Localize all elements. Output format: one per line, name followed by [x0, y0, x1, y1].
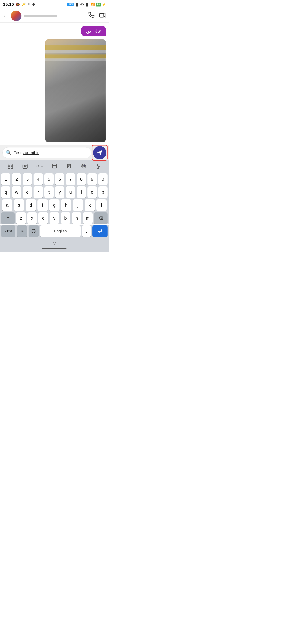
mic-toolbar-button[interactable]	[94, 162, 103, 170]
keyboard-bottom-row: ?123 ☺ , English .	[0, 225, 109, 240]
key-row-zxcv: z x c v b n m	[1, 212, 108, 224]
key-c[interactable]: c	[38, 212, 48, 224]
key-j[interactable]: j	[73, 199, 83, 211]
image-message-bubble[interactable]	[45, 40, 106, 142]
key-b[interactable]: b	[61, 212, 70, 224]
backspace-key[interactable]	[94, 212, 108, 224]
svg-rect-9	[52, 164, 56, 168]
key-4[interactable]: 4	[34, 174, 43, 185]
keyboard-toolbar: GIF	[0, 160, 109, 172]
key-m[interactable]: m	[83, 212, 93, 224]
vpn-badge: VPN	[67, 3, 74, 6]
battery-icon: 98	[96, 3, 101, 6]
key-5[interactable]: 5	[44, 174, 54, 185]
key-x[interactable]: x	[27, 212, 37, 224]
key-icon: 🔑	[22, 2, 26, 6]
dot-key[interactable]: .	[82, 225, 91, 237]
key-0[interactable]: 0	[98, 174, 108, 185]
send-icon	[96, 150, 103, 156]
key-y[interactable]: y	[55, 186, 64, 198]
key-row-numbers: 1 2 3 4 5 6 7 8 9 0	[1, 174, 108, 185]
key-i[interactable]: i	[77, 186, 86, 198]
key-u[interactable]: u	[66, 186, 75, 198]
key-e[interactable]: e	[23, 186, 32, 198]
home-indicator-bar	[42, 248, 67, 249]
status-right: VPN ▐▌ 4G ▐▌ 📶 98 ⚡	[67, 2, 106, 6]
sticker-toolbar-button[interactable]	[21, 162, 29, 170]
emoji-icon: ☺	[20, 229, 23, 233]
4g-icon: 4G	[80, 3, 84, 6]
key-t[interactable]: t	[44, 186, 54, 198]
key-f[interactable]: f	[38, 199, 48, 211]
key-g[interactable]: g	[49, 199, 60, 211]
svg-point-8	[26, 165, 26, 166]
key-n[interactable]: n	[72, 212, 82, 224]
status-bar: 15:10 🔕 🔑 ⬇ ⚙ VPN ▐▌ 4G ▐▌ 📶 98 ⚡	[0, 0, 109, 9]
emoji-key[interactable]: ☺ ,	[17, 225, 27, 237]
status-time: 15:10	[3, 2, 14, 7]
key-p[interactable]: p	[98, 186, 108, 198]
status-left: 15:10 🔕 🔑 ⬇ ⚙	[3, 2, 35, 7]
charge-icon: ⚡	[102, 3, 106, 6]
key-w[interactable]: w	[12, 186, 21, 198]
key-r[interactable]: r	[34, 186, 43, 198]
key-d[interactable]: d	[26, 199, 36, 211]
palette-toolbar-button[interactable]	[80, 162, 88, 170]
key-o[interactable]: o	[88, 186, 97, 198]
message-input-text[interactable]: Test zoomit.ir	[14, 150, 39, 155]
key-s[interactable]: s	[14, 199, 24, 211]
image-content	[45, 40, 106, 142]
globe-key[interactable]	[29, 225, 39, 237]
key-2[interactable]: 2	[12, 174, 21, 185]
key-6[interactable]: 6	[55, 174, 64, 185]
key-1[interactable]: 1	[1, 174, 11, 185]
send-button[interactable]	[93, 146, 106, 160]
svg-rect-11	[68, 164, 71, 168]
svg-point-15	[83, 165, 84, 166]
svg-rect-3	[11, 164, 13, 166]
signal-icon: ▐▌	[75, 3, 79, 6]
key-3[interactable]: 3	[23, 174, 32, 185]
key-9[interactable]: 9	[88, 174, 97, 185]
number-switch-key[interactable]: ?123	[1, 225, 16, 237]
svg-rect-19	[98, 164, 99, 166]
gif-toolbar-button[interactable]: GIF	[36, 162, 44, 170]
key-7[interactable]: 7	[66, 174, 75, 185]
svg-rect-0	[100, 13, 104, 17]
key-v[interactable]: v	[50, 212, 59, 224]
clip-toolbar-button[interactable]	[50, 162, 59, 170]
svg-point-7	[24, 165, 25, 166]
contact-avatar	[11, 10, 22, 21]
svg-point-17	[83, 166, 84, 167]
key-z[interactable]: z	[16, 212, 26, 224]
svg-point-16	[84, 165, 85, 166]
signal2-icon: ▐▌	[85, 3, 89, 6]
video-call-button[interactable]	[99, 12, 106, 20]
key-l[interactable]: l	[96, 199, 107, 211]
message-input-wrap[interactable]: 🔍 Test zoomit.ir	[3, 147, 91, 158]
search-icon: 🔍	[6, 150, 12, 156]
key-q[interactable]: q	[1, 186, 11, 198]
key-a[interactable]: a	[2, 199, 12, 211]
gif-label: GIF	[36, 164, 43, 168]
svg-rect-2	[8, 164, 10, 166]
comma-label: ,	[24, 230, 24, 232]
shift-key[interactable]	[1, 212, 15, 224]
sent-message-bubble: عالی بود	[81, 26, 106, 36]
app-header: ←	[0, 9, 109, 23]
svg-rect-4	[8, 166, 10, 168]
svg-rect-5	[11, 166, 13, 168]
back-button[interactable]: ←	[3, 13, 9, 19]
clipboard-toolbar-button[interactable]	[65, 162, 73, 170]
key-8[interactable]: 8	[77, 174, 86, 185]
key-h[interactable]: h	[61, 199, 71, 211]
keyboard-numbers-row: 1 2 3 4 5 6 7 8 9 0 q w e r t y u i o p …	[0, 172, 109, 224]
keyboard-collapse-button[interactable]: ∨	[53, 241, 56, 246]
apps-toolbar-button[interactable]	[6, 162, 15, 170]
call-button[interactable]	[89, 12, 95, 20]
chat-area: عالی بود	[0, 23, 109, 145]
header-right	[89, 12, 106, 20]
enter-key[interactable]	[92, 225, 108, 237]
key-k[interactable]: k	[85, 199, 95, 211]
space-key[interactable]: English	[40, 225, 81, 237]
